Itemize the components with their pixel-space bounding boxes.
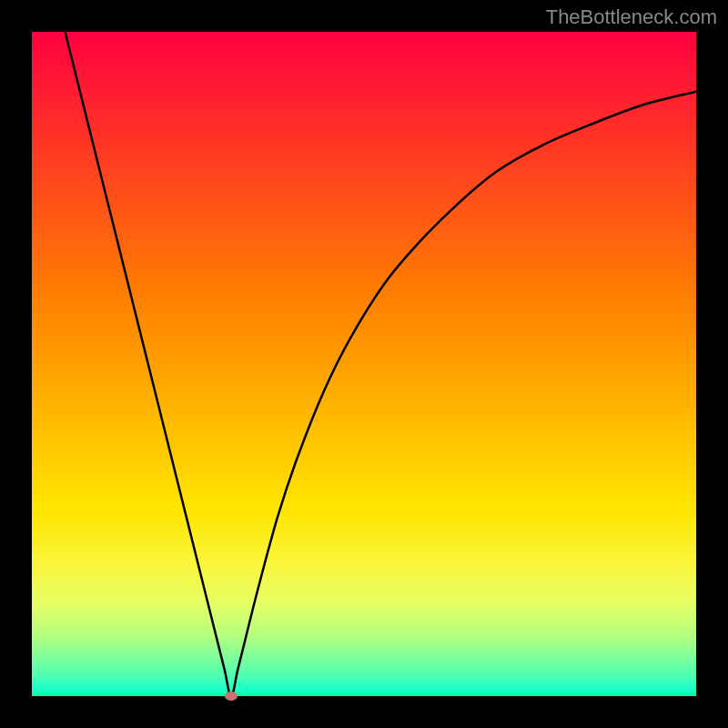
plot-area	[32, 32, 696, 696]
watermark-text: TheBottleneck.com	[546, 5, 717, 29]
chart-container: TheBottleneck.com	[0, 0, 728, 728]
bottleneck-curve	[32, 32, 696, 696]
minimum-marker	[225, 692, 238, 701]
